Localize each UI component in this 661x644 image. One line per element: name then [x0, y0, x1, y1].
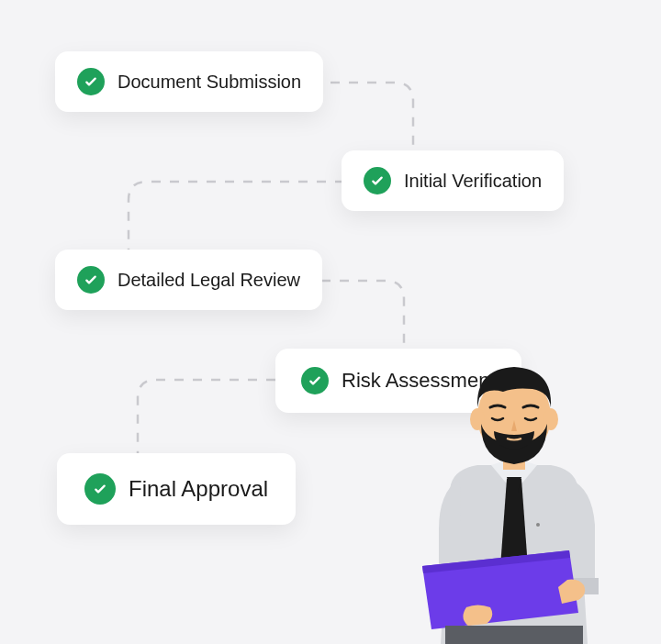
step-label: Final Approval: [129, 476, 268, 502]
check-icon: [77, 266, 105, 294]
step-detailed-legal-review: Detailed Legal Review: [55, 250, 322, 310]
check-icon: [364, 167, 391, 194]
check-icon: [77, 68, 105, 95]
svg-point-4: [536, 523, 540, 527]
svg-point-3: [543, 408, 558, 430]
step-label: Initial Verification: [404, 171, 542, 192]
svg-point-2: [470, 408, 485, 430]
step-label: Document Submission: [118, 72, 301, 93]
step-label: Detailed Legal Review: [118, 270, 300, 291]
check-icon: [301, 367, 329, 394]
check-icon: [84, 473, 116, 505]
step-initial-verification: Initial Verification: [342, 150, 564, 211]
step-final-approval: Final Approval: [57, 453, 296, 525]
person-illustration: [395, 341, 633, 644]
svg-rect-5: [445, 626, 583, 644]
step-document-submission: Document Submission: [55, 51, 323, 112]
